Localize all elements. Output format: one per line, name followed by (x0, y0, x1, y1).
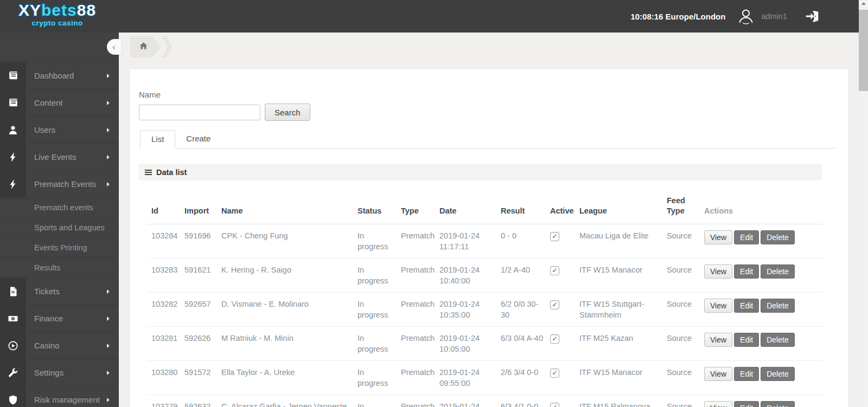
logout-icon[interactable] (805, 9, 820, 24)
cell-date: 2019-01-24 10:00:00 (439, 395, 501, 407)
tab-list[interactable]: List (140, 130, 175, 148)
active-checkbox[interactable]: ✓ (550, 266, 559, 275)
cell-name: CPK - Cheng Fung (221, 224, 358, 259)
sidebar-subitem-prematch-events[interactable]: Prematch events (0, 197, 119, 217)
cell-name: Ella Taylor - A. Ureke (221, 361, 358, 395)
tabs: List Create (140, 130, 837, 148)
sidebar-item-dashboard[interactable]: Dashboard (0, 62, 119, 89)
list-icon (145, 170, 152, 175)
sidebar-item-risk-management[interactable]: Risk management (0, 386, 119, 407)
cell-feed-type: Source (667, 293, 704, 327)
edit-button[interactable]: Edit (734, 401, 759, 407)
sidebar-item-prematch-events[interactable]: Prematch Events (0, 170, 119, 197)
name-input[interactable] (139, 105, 260, 120)
view-button[interactable]: View (704, 401, 732, 407)
sidebar-item-tickets[interactable]: Tickets (0, 277, 119, 305)
sidebar-item-users[interactable]: Users (0, 116, 119, 143)
sidebar-item-casino[interactable]: Casino (0, 332, 119, 359)
cell-name: D. Vismane - E. Molinaro (221, 293, 358, 327)
table-row: 103280591572Ella Taylor - A. UrekeIn pro… (148, 361, 822, 395)
sidebar-item-live-events[interactable]: Live Events (0, 143, 119, 170)
cell-import: 591572 (184, 361, 221, 395)
view-button[interactable]: View (704, 230, 732, 244)
delete-button[interactable]: Delete (761, 401, 794, 407)
cell-feed-type: Source (667, 395, 704, 407)
events-table: IdImportNameStatusTypeDateResultActiveLe… (148, 180, 822, 407)
clock: 10:08:16 Europe/London (630, 12, 725, 21)
brand-name-bets: bets (41, 1, 77, 19)
user-avatar-icon[interactable] (736, 7, 756, 26)
sidebar-item-content[interactable]: Content (0, 89, 119, 116)
sidebar-item-finance[interactable]: Finance (0, 305, 119, 332)
cell-name: C. Alcaraz Garfia - Jeroen Vanneste (221, 395, 358, 407)
book-icon (0, 62, 26, 89)
edit-button[interactable]: Edit (734, 230, 759, 244)
chevron-right-icon (107, 316, 110, 321)
delete-button[interactable]: Delete (761, 264, 794, 279)
shield-icon (0, 386, 26, 407)
edit-button[interactable]: Edit (734, 333, 759, 347)
view-button[interactable]: View (704, 367, 732, 381)
sidebar-subitem-events-printing[interactable]: Events Printing (0, 237, 119, 257)
cell-actions: ViewEditDelete (704, 395, 822, 407)
tab-create[interactable]: Create (175, 130, 221, 148)
active-checkbox[interactable]: ✓ (550, 300, 559, 309)
table-row: 103284591696CPK - Cheng FungIn progressP… (148, 224, 822, 259)
bolt-icon (0, 171, 26, 198)
chevron-right-icon (107, 344, 110, 348)
cell-status: In progress (358, 395, 401, 407)
breadcrumb-home[interactable] (130, 36, 161, 57)
edit-button[interactable]: Edit (734, 264, 759, 279)
edit-button[interactable]: Edit (734, 299, 759, 313)
delete-button[interactable]: Delete (761, 299, 794, 313)
sidebar-subitem-results[interactable]: Results (0, 257, 119, 277)
datalist-header: Data list (139, 164, 822, 180)
sidebar-collapse-button[interactable]: ‹ (107, 39, 121, 55)
view-button[interactable]: View (704, 333, 732, 347)
datalist-title: Data list (156, 168, 187, 177)
column-header-league: League (579, 180, 667, 224)
view-button[interactable]: View (704, 299, 732, 313)
delete-button[interactable]: Delete (761, 230, 794, 244)
column-header-date: Date (439, 180, 501, 224)
cell-result: 6/3 0/4 A-40 (501, 327, 550, 361)
sidebar-item-label: Live Events (26, 152, 107, 161)
sidebar-subitem-sports-and-leagues[interactable]: Sports and Leagues (0, 217, 119, 237)
cell-import: 591621 (184, 259, 221, 293)
play-icon (0, 332, 26, 359)
delete-button[interactable]: Delete (761, 367, 794, 381)
active-checkbox[interactable]: ✓ (550, 369, 559, 378)
sidebar: DashboardContentUsersLive EventsPrematch… (0, 33, 119, 407)
scroll-up-arrow-icon[interactable] (859, 2, 868, 9)
view-button[interactable]: View (704, 264, 732, 279)
search-button[interactable]: Search (265, 104, 310, 121)
cell-league: ITF W15 Stuttgart-Stammheim (579, 293, 667, 327)
chevron-right-icon (107, 182, 110, 186)
cell-status: In progress (358, 224, 401, 259)
edit-button[interactable]: Edit (734, 367, 759, 381)
cell-import: 592626 (184, 327, 221, 361)
sidebar-item-label: Tickets (26, 287, 107, 296)
brand-name-88: 88 (77, 1, 96, 19)
cell-date: 2019-01-24 09:55:00 (439, 361, 501, 395)
chevron-right-icon (107, 101, 110, 105)
active-checkbox[interactable]: ✓ (550, 232, 559, 241)
topbar-right: 10:08:16 Europe/London admin1 (630, 0, 859, 33)
chevron-right-icon (107, 371, 110, 375)
active-checkbox[interactable]: ✓ (550, 403, 559, 407)
scrollbar[interactable] (859, 0, 868, 407)
file-icon (0, 278, 26, 305)
table-row: 103281592626M Ratniuk - M. MininIn progr… (148, 327, 822, 361)
column-header-id: Id (148, 180, 184, 224)
sidebar-item-settings[interactable]: Settings (0, 359, 119, 386)
scrollbar-thumb[interactable] (859, 10, 868, 91)
cell-status: In progress (358, 361, 401, 395)
sidebar-menu: DashboardContentUsersLive EventsPrematch… (0, 62, 119, 407)
delete-button[interactable]: Delete (761, 333, 794, 347)
cell-league: ITF M25 Kazan (579, 327, 667, 361)
sidebar-item-label: Finance (26, 314, 107, 323)
sidebar-item-label: Dashboard (26, 71, 107, 80)
column-header-actions: Actions (704, 180, 822, 224)
active-checkbox[interactable]: ✓ (550, 334, 559, 344)
brand-logo[interactable]: XYbets88 crypto casino (18, 2, 96, 27)
